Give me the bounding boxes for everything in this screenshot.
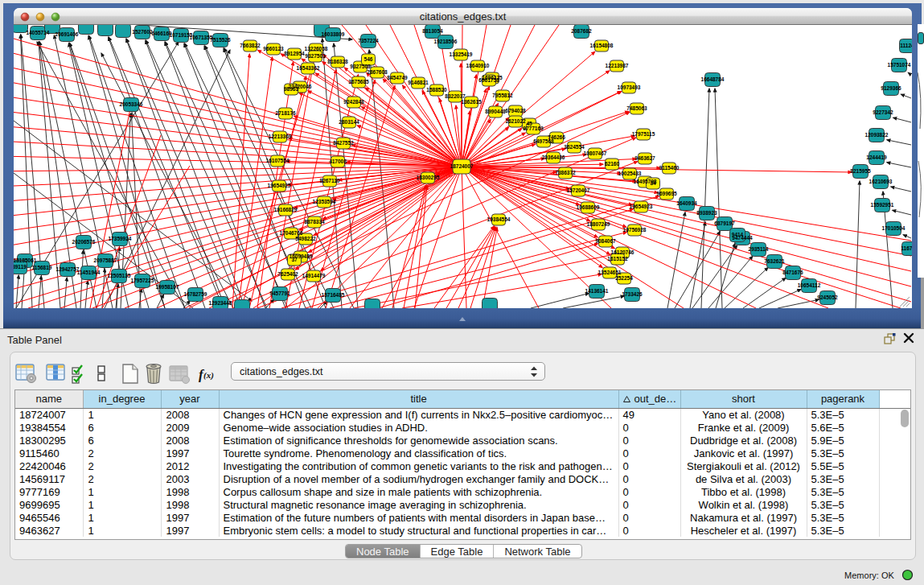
svg-text:1362615: 1362615 [461, 99, 482, 105]
svg-text:1640934: 1640934 [676, 200, 697, 206]
svg-text:9414: 9414 [732, 232, 744, 237]
svg-text:16033809: 16033809 [322, 31, 345, 37]
svg-text:15592951: 15592951 [871, 202, 894, 208]
svg-text:7625402: 7625402 [277, 271, 298, 277]
svg-text:8215955: 8215955 [850, 168, 871, 174]
svg-text:10688609: 10688609 [577, 204, 600, 210]
svg-text:417008: 417008 [329, 159, 347, 164]
svg-text:13226058: 13226058 [305, 46, 328, 51]
svg-text:10025433: 10025433 [618, 171, 642, 176]
svg-text:8186328: 8186328 [327, 59, 348, 64]
svg-text:8454749: 8454749 [387, 75, 408, 80]
svg-text:19166829: 19166829 [274, 207, 298, 212]
svg-text:14136141: 14136141 [585, 288, 609, 294]
svg-text:546: 546 [364, 56, 373, 62]
svg-text:9327508: 9327508 [350, 64, 371, 69]
svg-text:9242848: 9242848 [343, 99, 364, 105]
svg-text:7663822: 7663822 [240, 43, 261, 48]
svg-text:16543362: 16543362 [297, 65, 320, 71]
svg-text:11451944: 11451944 [77, 270, 101, 275]
svg-text:7955812: 7955812 [492, 93, 513, 98]
svg-text:7632621: 7632621 [764, 258, 785, 264]
svg-text:8938923: 8938923 [696, 210, 717, 216]
svg-text:1733426: 1733426 [622, 291, 643, 297]
svg-text:20364436: 20364436 [542, 154, 565, 160]
svg-text:11124: 11124 [900, 43, 912, 48]
svg-text:2803144: 2803144 [339, 119, 359, 125]
svg-text:13325419: 13325419 [450, 51, 473, 57]
svg-text:9245052: 9245052 [817, 295, 838, 300]
svg-text:18185061: 18185061 [14, 257, 37, 263]
svg-text:20691406: 20691406 [55, 31, 79, 37]
svg-text:19756928: 19756928 [623, 227, 647, 233]
svg-text:9146821: 9146821 [408, 80, 429, 85]
svg-text:39119: 39119 [14, 264, 27, 270]
svg-text:8912954: 8912954 [284, 51, 305, 56]
svg-text:16154808: 16154808 [590, 43, 614, 48]
svg-text:16107554: 16107554 [266, 158, 290, 163]
svg-text:13524651: 13524651 [598, 270, 622, 275]
svg-text:37: 37 [291, 257, 298, 262]
svg-text:17046766: 17046766 [280, 230, 303, 236]
svg-text:9129366: 9129366 [881, 85, 901, 91]
svg-text:16782759: 16782759 [184, 291, 207, 297]
svg-text:15716485: 15716485 [322, 292, 345, 298]
svg-text:7386372: 7386372 [555, 170, 576, 175]
svg-text:6794028: 6794028 [505, 108, 526, 113]
svg-text:9777169: 9777169 [523, 126, 544, 131]
svg-text:12505135: 12505135 [108, 273, 131, 278]
svg-text:10973493: 10973493 [618, 84, 641, 90]
svg-text:12942757: 12942757 [56, 266, 80, 272]
svg-text:8813054: 8813054 [422, 28, 443, 34]
svg-text:1621022: 1621022 [505, 118, 526, 124]
svg-text:18807249: 18807249 [587, 221, 610, 227]
svg-text:15751074: 15751074 [888, 62, 911, 68]
svg-text:17359924: 17359924 [109, 236, 132, 241]
svg-text:17957225: 17957225 [131, 278, 154, 283]
svg-text:8427552: 8427552 [333, 140, 354, 146]
svg-text:7515526: 7515526 [210, 37, 231, 43]
svg-text:12213369: 12213369 [269, 134, 292, 139]
svg-text:2867608: 2867608 [367, 69, 388, 75]
svg-text:18300295: 18300295 [417, 175, 440, 180]
svg-text:2935114: 2935114 [749, 246, 769, 252]
svg-text:1244419: 1244419 [866, 154, 887, 160]
svg-text:252254: 252254 [615, 275, 633, 281]
svg-text:9084067: 9084067 [595, 238, 616, 244]
svg-text:16648784: 16648784 [701, 76, 725, 82]
svg-text:19958107: 19958107 [156, 284, 179, 290]
svg-text:6879197: 6879197 [714, 220, 735, 226]
svg-text:19654925: 19654925 [268, 183, 291, 188]
svg-text:9660123: 9660123 [263, 46, 284, 51]
svg-text:15720407: 15720407 [567, 187, 590, 193]
svg-text:19218506: 19218506 [434, 39, 458, 44]
svg-text:1527602: 1527602 [132, 29, 153, 35]
svg-text:7357224: 7357224 [358, 38, 379, 43]
svg-text:7485063: 7485063 [626, 105, 647, 111]
svg-text:18640910: 18640910 [466, 63, 490, 68]
svg-text:2718176: 2718176 [275, 110, 296, 116]
svg-text:9227342: 9227342 [873, 109, 893, 115]
svg-text:14914479: 14914479 [302, 273, 326, 278]
svg-text:62160: 62160 [605, 161, 619, 167]
svg-text:19654923: 19654923 [630, 204, 653, 209]
svg-text:20053346: 20053346 [120, 101, 143, 107]
svg-text:98963: 98963 [284, 86, 298, 92]
svg-text:18724007: 18724007 [450, 163, 474, 169]
svg-text:9115460: 9115460 [659, 165, 680, 171]
svg-text:8990448: 8990448 [485, 109, 506, 114]
svg-text:1615152: 1615152 [607, 256, 628, 262]
svg-text:5498222: 5498222 [295, 236, 316, 241]
svg-text:(x): (x) [203, 370, 214, 381]
svg-text:20206576: 20206576 [72, 239, 96, 245]
svg-text:20975887: 20975887 [94, 257, 117, 263]
svg-text:8878334: 8878334 [304, 219, 325, 225]
svg-text:19384554: 19384554 [487, 216, 511, 222]
svg-text:12923448: 12923448 [209, 300, 232, 306]
svg-text:6961758: 6961758 [478, 77, 499, 83]
svg-text:3624554: 3624554 [564, 144, 585, 150]
svg-text:8322037: 8322037 [445, 93, 466, 99]
svg-text:3675685: 3675685 [348, 79, 369, 84]
svg-text:9327503: 9327503 [305, 53, 326, 59]
svg-text:17975115: 17975115 [632, 131, 655, 137]
